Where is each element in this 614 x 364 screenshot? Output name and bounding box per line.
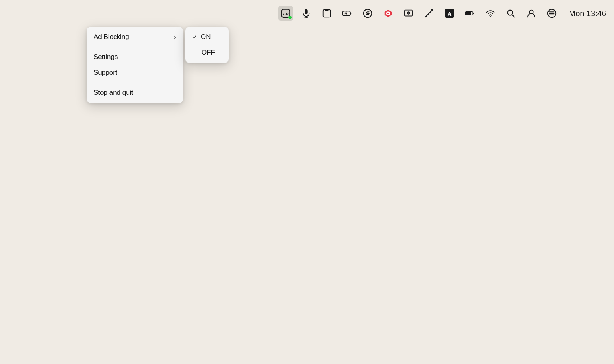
ad-blocking-menu-item[interactable]: Ad Blocking ›	[87, 29, 183, 45]
svg-line-26	[512, 15, 515, 17]
svg-rect-6	[325, 9, 329, 11]
ad-blocking-label: Ad Blocking	[94, 33, 129, 41]
pastepal-icon[interactable]	[319, 6, 334, 21]
ad-blocking-submenu: ✓ ON OFF	[185, 27, 229, 63]
ad-blocker-icon[interactable]: AD	[278, 6, 293, 21]
support-label: Support	[94, 69, 117, 77]
support-menu-item[interactable]: Support	[87, 65, 183, 81]
svg-rect-22	[473, 13, 474, 14]
dropzone-icon[interactable]	[381, 6, 396, 21]
battery-charging-icon[interactable]	[340, 6, 355, 21]
ad-blocking-chevron: ›	[174, 34, 176, 40]
type-icon[interactable]: A	[442, 6, 457, 21]
active-indicator	[288, 16, 292, 19]
menubar: AD	[0, 0, 614, 27]
on-label: ON	[201, 33, 211, 41]
svg-rect-23	[466, 12, 471, 15]
stop-and-quit-menu-item[interactable]: Stop and quit	[87, 85, 183, 101]
grammarly-icon[interactable]	[360, 6, 375, 21]
svg-text:AD: AD	[283, 12, 289, 16]
svg-text:A: A	[448, 11, 452, 17]
svg-rect-2	[305, 9, 308, 14]
on-checkmark: ✓	[192, 33, 198, 40]
divider-2	[87, 83, 183, 83]
wifi-icon[interactable]	[483, 6, 498, 21]
divider-1	[87, 47, 183, 47]
off-option[interactable]: OFF	[185, 45, 229, 61]
settings-menu-item[interactable]: Settings	[87, 49, 183, 65]
menubar-time: Mon 13:46	[569, 9, 606, 18]
battery-icon[interactable]	[462, 6, 477, 21]
screenrecorder-icon[interactable]	[401, 6, 416, 21]
dropdown-container: Ad Blocking › Settings Support Stop and …	[87, 27, 229, 103]
menubar-icons: AD	[278, 6, 606, 21]
pencil-slash-icon[interactable]	[422, 6, 436, 21]
controls-icon[interactable]	[544, 6, 559, 21]
on-option[interactable]: ✓ ON	[185, 29, 229, 45]
microphone-icon[interactable]	[299, 6, 314, 21]
user-icon[interactable]	[524, 6, 539, 21]
svg-point-24	[490, 16, 491, 17]
svg-rect-10	[350, 12, 352, 15]
svg-point-17	[408, 13, 409, 14]
off-label: OFF	[202, 49, 215, 57]
settings-label: Settings	[94, 53, 118, 61]
stop-and-quit-label: Stop and quit	[94, 89, 133, 97]
search-icon[interactable]	[503, 6, 518, 21]
main-menu: Ad Blocking › Settings Support Stop and …	[87, 27, 183, 103]
